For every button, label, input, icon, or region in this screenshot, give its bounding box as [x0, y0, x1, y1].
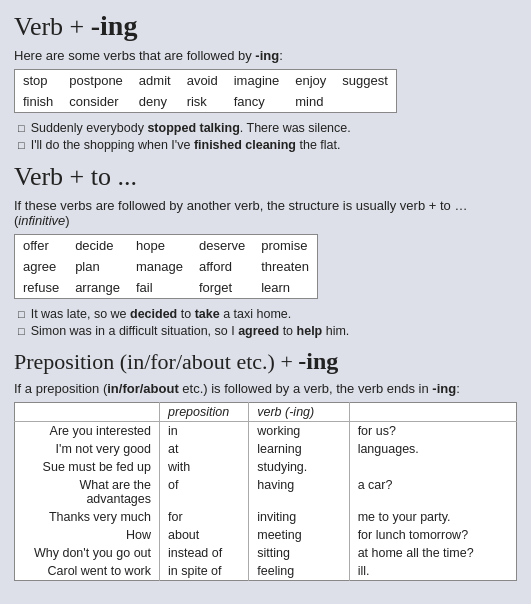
section1-example1: Suddenly everybody stopped talking. Ther…	[18, 121, 517, 135]
section3-subtitle-bold2: -ing	[432, 381, 456, 396]
table-cell: meeting	[249, 526, 349, 544]
table-cell: stop	[15, 70, 62, 92]
table-cell: imagine	[226, 70, 288, 92]
section3-subtitle-bold: in/for/about	[107, 381, 179, 396]
table-cell: agree	[15, 256, 68, 277]
section3-subtitle: If a preposition (in/for/about etc.) is …	[14, 381, 517, 396]
prep-header-col3: verb (-ing)	[249, 403, 349, 422]
preposition-table: preposition verb (-ing) Are you interest…	[14, 402, 517, 581]
table-cell: Thanks very much	[15, 508, 160, 526]
table-cell: sitting	[249, 544, 349, 562]
section3-title: Preposition (in/for/about etc.) + -ing	[14, 348, 517, 375]
table-cell: for	[160, 508, 249, 526]
section-verb-ing: Verb + -ing Here are some verbs that are…	[14, 10, 517, 152]
section2-subtitle-italic: infinitive	[18, 213, 65, 228]
prep-header-col1	[15, 403, 160, 422]
table-cell: risk	[179, 91, 226, 113]
section3-subtitle-mid: etc.) is followed by a verb, the verb en…	[179, 381, 433, 396]
table-cell: avoid	[179, 70, 226, 92]
table-cell: learning	[249, 440, 349, 458]
table-cell: manage	[128, 256, 191, 277]
table-cell: at	[160, 440, 249, 458]
table-cell: enjoy	[287, 70, 334, 92]
section1-title-suffix: -ing	[91, 10, 138, 41]
table-cell: languages.	[349, 440, 516, 458]
table-cell: Sue must be fed up	[15, 458, 160, 476]
table-cell: offer	[15, 235, 68, 257]
table-cell: deserve	[191, 235, 253, 257]
table-cell: mind	[287, 91, 334, 113]
table-cell: Carol went to work	[15, 562, 160, 581]
table-cell: studying.	[249, 458, 349, 476]
table-cell: refuse	[15, 277, 68, 299]
table-row: Thanks very muchforinvitingme to your pa…	[15, 508, 517, 526]
table-cell: learn	[253, 277, 317, 299]
section1-title: Verb + -ing	[14, 10, 517, 42]
table-cell: inviting	[249, 508, 349, 526]
section2-title-text: Verb + to ...	[14, 162, 137, 191]
section2-example2: Simon was in a difficult situation, so I…	[18, 324, 517, 338]
section2-example1: It was late, so we decided to take a tax…	[18, 307, 517, 321]
section1-examples: Suddenly everybody stopped talking. Ther…	[14, 121, 517, 152]
section-verb-to: Verb + to ... If these verbs are followe…	[14, 162, 517, 338]
table-cell: for lunch tomorrow?	[349, 526, 516, 544]
section1-example2: I'll do the shopping when I've finished …	[18, 138, 517, 152]
verb-to-table: offerdecidehopedeservepromiseagreeplanma…	[14, 234, 318, 299]
section3-subtitle-plain: If a preposition (	[14, 381, 107, 396]
table-cell: afford	[191, 256, 253, 277]
table-cell: a car?	[349, 476, 516, 508]
table-row: offerdecidehopedeservepromise	[15, 235, 318, 257]
table-cell: suggest	[334, 70, 396, 92]
table-cell: How	[15, 526, 160, 544]
table-cell: deny	[131, 91, 179, 113]
table-cell: promise	[253, 235, 317, 257]
table-cell: ill.	[349, 562, 516, 581]
section3-subtitle-end: :	[456, 381, 460, 396]
table-cell: consider	[61, 91, 131, 113]
table-cell: about	[160, 526, 249, 544]
section3-title-bold: -ing	[298, 348, 338, 374]
table-cell: fancy	[226, 91, 288, 113]
section1-subtitle-end: :	[279, 48, 283, 63]
table-cell	[334, 91, 396, 113]
table-cell: feeling	[249, 562, 349, 581]
table-cell: threaten	[253, 256, 317, 277]
table-row: Sue must be fed upwithstudying.	[15, 458, 517, 476]
table-cell: What are the advantages	[15, 476, 160, 508]
table-cell: decide	[67, 235, 128, 257]
verb-ing-table: stoppostponeadmitavoidimagineenjoysugges…	[14, 69, 397, 113]
table-cell: working	[249, 422, 349, 441]
prep-header-col4	[349, 403, 516, 422]
section1-subtitle-plain: Here are some verbs that are followed by	[14, 48, 255, 63]
table-cell: having	[249, 476, 349, 508]
section2-subtitle: If these verbs are followed by another v…	[14, 198, 517, 228]
prep-header-col2: preposition	[160, 403, 249, 422]
table-cell: plan	[67, 256, 128, 277]
table-row: finishconsiderdenyriskfancymind	[15, 91, 397, 113]
section2-subtitle-end: )	[65, 213, 69, 228]
table-cell: hope	[128, 235, 191, 257]
table-cell	[349, 458, 516, 476]
table-row: stoppostponeadmitavoidimagineenjoysugges…	[15, 70, 397, 92]
section2-title: Verb + to ...	[14, 162, 517, 192]
table-cell: in spite of	[160, 562, 249, 581]
section3-title-plain: Preposition (in/for/about etc.) +	[14, 349, 298, 374]
section2-subtitle-plain: If these verbs are followed by another v…	[14, 198, 467, 228]
table-cell: I'm not very good	[15, 440, 160, 458]
section2-examples: It was late, so we decided to take a tax…	[14, 307, 517, 338]
table-cell: finish	[15, 91, 62, 113]
table-row: I'm not very goodatlearninglanguages.	[15, 440, 517, 458]
table-cell: admit	[131, 70, 179, 92]
table-cell: me to your party.	[349, 508, 516, 526]
section1-subtitle: Here are some verbs that are followed by…	[14, 48, 517, 63]
table-row: Are you interestedinworkingfor us?	[15, 422, 517, 441]
table-row: Howaboutmeetingfor lunch tomorrow?	[15, 526, 517, 544]
table-cell: postpone	[61, 70, 131, 92]
section-preposition: Preposition (in/for/about etc.) + -ing I…	[14, 348, 517, 581]
table-row: agreeplanmanageaffordthreaten	[15, 256, 318, 277]
table-cell: in	[160, 422, 249, 441]
table-cell: forget	[191, 277, 253, 299]
table-cell: Why don't you go out	[15, 544, 160, 562]
table-cell: for us?	[349, 422, 516, 441]
section1-title-plain: Verb +	[14, 12, 91, 41]
